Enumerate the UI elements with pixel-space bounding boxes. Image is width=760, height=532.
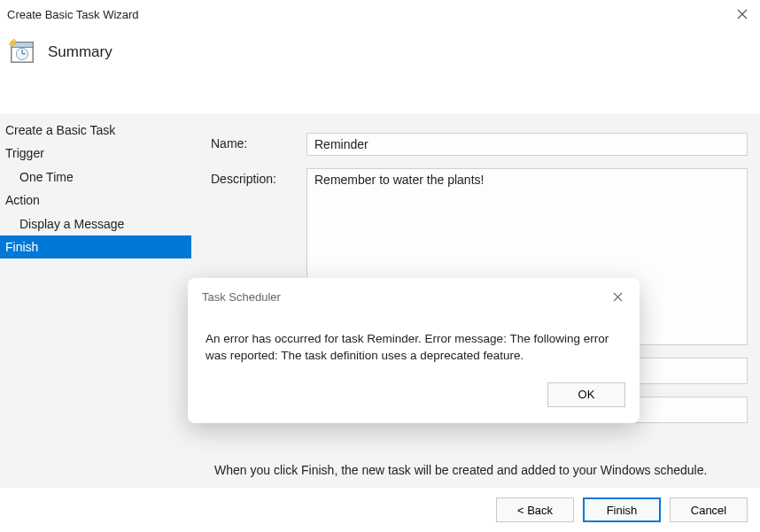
step-action[interactable]: Action (0, 189, 191, 212)
description-label: Description: (211, 168, 289, 186)
wizard-steps: Create a Basic Task Trigger One Time Act… (0, 113, 191, 488)
step-create-basic-task[interactable]: Create a Basic Task (0, 119, 191, 142)
wizard-icon (9, 39, 35, 66)
dialog-message: An error has occurred for task Reminder.… (188, 310, 640, 374)
step-finish[interactable]: Finish (0, 235, 191, 258)
finish-button[interactable]: Finish (583, 497, 661, 522)
wizard-header: Summary (0, 27, 760, 81)
step-display-message[interactable]: Display a Message (0, 212, 191, 235)
dialog-close-icon[interactable] (609, 289, 625, 305)
name-label: Name: (211, 133, 289, 150)
error-dialog: Task Scheduler An error has occurred for… (188, 278, 640, 423)
finish-hint: When you click Finish, the new task will… (211, 463, 748, 477)
ok-button[interactable]: OK (547, 382, 625, 407)
wizard-footer: < Back Finish Cancel (0, 488, 760, 532)
page-title: Summary (48, 43, 112, 61)
cancel-button[interactable]: Cancel (670, 497, 748, 522)
step-trigger[interactable]: Trigger (0, 142, 191, 165)
window-title: Create Basic Task Wizard (7, 8, 139, 21)
close-icon[interactable] (733, 5, 751, 23)
name-input[interactable] (306, 133, 748, 156)
dialog-title: Task Scheduler (202, 290, 281, 304)
back-button[interactable]: < Back (496, 497, 574, 522)
step-one-time[interactable]: One Time (0, 166, 191, 189)
window-titlebar: Create Basic Task Wizard (0, 0, 760, 27)
